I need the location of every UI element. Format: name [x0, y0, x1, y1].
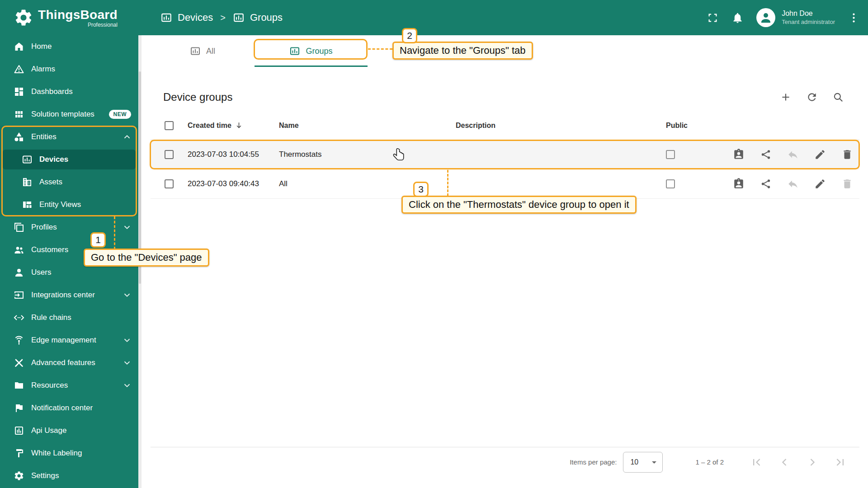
row-checkbox[interactable]	[165, 179, 174, 188]
sidebar-item-devices[interactable]: Devices	[3, 150, 136, 169]
delete-trash-icon	[841, 178, 853, 190]
row-checkbox[interactable]	[165, 150, 174, 159]
sidebar-item-settings[interactable]: Settings	[0, 465, 138, 487]
devices-icon	[160, 12, 172, 23]
sidebar-item-alarms[interactable]: Alarms	[0, 58, 138, 80]
public-checkbox[interactable]	[666, 150, 675, 159]
sidebar-item-solution-templates[interactable]: Solution templates NEW	[0, 103, 138, 126]
sidebar-item-edge-management[interactable]: Edge management	[0, 329, 138, 352]
sidebar-item-label: Edge management	[31, 336, 96, 345]
sidebar-item-users[interactable]: Users	[0, 261, 138, 284]
sidebar-item-white-labeling[interactable]: White Labeling	[0, 442, 138, 465]
tab-all[interactable]: All	[166, 35, 239, 67]
items-per-page-label: Items per page:	[570, 458, 617, 466]
sidebar-item-api-usage[interactable]: Api Usage	[0, 419, 138, 442]
refresh-icon[interactable]	[806, 91, 818, 103]
next-page-icon	[806, 456, 819, 469]
breadcrumb: Devices > Groups	[160, 12, 283, 23]
chevron-up-icon	[122, 132, 132, 142]
cell-name: Thermostats	[279, 150, 456, 159]
groups-tab-icon	[289, 46, 300, 56]
sidebar-item-label: Settings	[31, 471, 59, 480]
app-edition: Professional	[38, 22, 118, 28]
sidebar-item-home[interactable]: Home	[0, 35, 138, 58]
tab-groups[interactable]: Groups	[255, 35, 368, 67]
sidebar-item-label: Notification center	[31, 404, 93, 413]
table-row-all[interactable]: 2023-07-03 09:40:43 All	[151, 169, 859, 199]
share-icon[interactable]	[760, 178, 772, 190]
sidebar-item-label: Devices	[39, 155, 68, 164]
user-info: John Doe Tenant administrator	[782, 9, 835, 26]
share-icon[interactable]	[760, 149, 772, 160]
sidebar-item-entities[interactable]: Entities	[0, 126, 138, 148]
items-per-page-select[interactable]: 10	[623, 452, 663, 473]
previous-page-icon	[778, 456, 791, 469]
sidebar-item-profiles[interactable]: Profiles	[0, 216, 138, 239]
folder-icon	[14, 380, 24, 391]
delete-trash-icon[interactable]	[841, 149, 853, 160]
app-name: ThingsBoard	[38, 8, 118, 22]
entity-tabs: All Groups	[142, 35, 868, 67]
fullscreen-icon[interactable]	[707, 12, 719, 24]
paint-icon	[14, 448, 24, 459]
active-tab-indicator	[255, 66, 368, 67]
search-icon[interactable]	[832, 91, 844, 103]
more-vertical-icon[interactable]	[848, 12, 860, 24]
sidebar-item-resources[interactable]: Resources	[0, 374, 138, 397]
chevron-down-icon	[122, 380, 132, 390]
sidebar-item-rule-chains[interactable]: Rule chains	[0, 306, 138, 329]
user-name: John Doe	[782, 9, 835, 19]
table-row-thermostats[interactable]: 2023-07-03 10:04:55 Thermostats	[151, 140, 859, 169]
pagination-range: 1 – 2 of 2	[695, 458, 724, 466]
sidebar-item-label: Resources	[31, 381, 68, 390]
main-content: All Groups Device groups	[142, 35, 868, 488]
sidebar-item-customers[interactable]: Customers	[0, 239, 138, 261]
scrollbar-thumb[interactable]	[139, 71, 141, 284]
sidebar-item-label: Alarms	[31, 65, 55, 74]
gear-icon	[14, 470, 24, 481]
modules-icon	[14, 109, 24, 120]
profiles-icon	[14, 222, 24, 233]
select-all-checkbox[interactable]	[165, 121, 174, 130]
sidebar-item-label: Profiles	[31, 223, 57, 232]
rule-chains-icon	[14, 312, 24, 323]
all-tab-icon	[190, 46, 201, 56]
assignment-icon[interactable]	[733, 178, 745, 190]
column-header-created-time[interactable]: Created time	[188, 121, 279, 130]
reply-icon	[787, 178, 799, 190]
edit-pencil-icon[interactable]	[814, 178, 826, 190]
top-bar: Devices > Groups John Doe Tenant adminis…	[142, 0, 868, 35]
assignment-icon[interactable]	[733, 149, 745, 160]
notifications-bell-icon[interactable]	[731, 12, 744, 24]
sidebar-nav: Home Alarms Dashboards Solution template…	[0, 35, 138, 488]
tab-label: Groups	[306, 47, 332, 56]
sidebar-item-label: Integrations center	[31, 291, 95, 300]
sidebar-item-advanced-features[interactable]: Advanced features	[0, 352, 138, 374]
chart-icon	[14, 425, 24, 436]
cell-created-time: 2023-07-03 10:04:55	[188, 150, 279, 159]
sidebar-item-integrations-center[interactable]: Integrations center	[0, 284, 138, 306]
sidebar-item-assets[interactable]: Assets	[0, 171, 138, 193]
entity-views-icon	[22, 199, 33, 210]
public-checkbox[interactable]	[666, 179, 675, 188]
new-badge: NEW	[109, 110, 132, 119]
sidebar-item-label: Home	[31, 42, 52, 51]
sidebar-item-label: Dashboards	[31, 87, 73, 96]
sidebar: ThingsBoard Professional Home Alarms Das…	[0, 0, 142, 488]
breadcrumb-separator: >	[220, 13, 226, 23]
sort-desc-arrow-icon	[235, 121, 243, 130]
sidebar-item-dashboards[interactable]: Dashboards	[0, 80, 138, 103]
sidebar-item-entity-views[interactable]: Entity Views	[0, 193, 138, 216]
tools-icon	[14, 357, 24, 368]
breadcrumb-devices[interactable]: Devices	[178, 12, 213, 23]
dropdown-arrow-icon	[649, 457, 660, 468]
user-avatar[interactable]	[756, 8, 775, 27]
edit-pencil-icon[interactable]	[814, 149, 826, 160]
thingsboard-logo[interactable]: ThingsBoard Professional	[0, 0, 142, 35]
column-header-public[interactable]: Public	[660, 122, 733, 130]
column-header-description[interactable]: Description	[456, 122, 660, 130]
sidebar-item-notification-center[interactable]: Notification center	[0, 397, 138, 419]
sidebar-scrollbar[interactable]	[138, 35, 142, 488]
add-plus-icon[interactable]	[780, 91, 792, 103]
column-header-name[interactable]: Name	[279, 122, 456, 130]
